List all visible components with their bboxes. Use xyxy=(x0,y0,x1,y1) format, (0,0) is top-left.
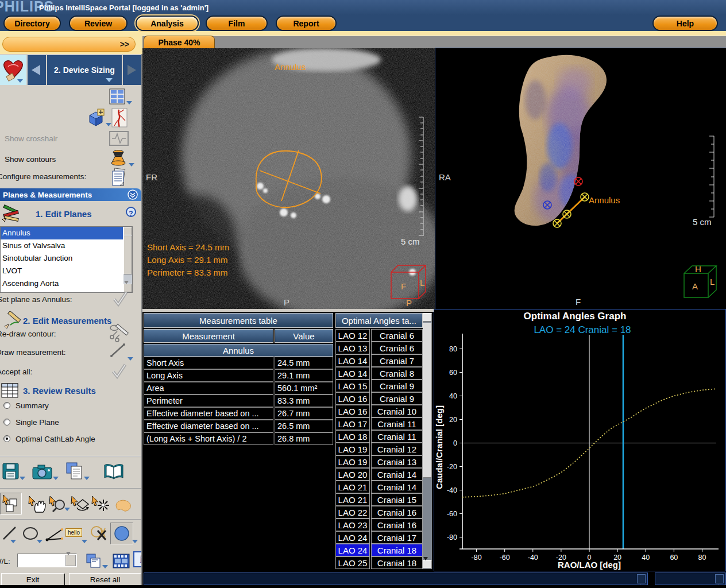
cine-film-icon[interactable] xyxy=(113,552,130,570)
save-dropdown-icon[interactable] xyxy=(20,477,25,480)
angle-row[interactable]: LAO 14 Cranial 8 xyxy=(335,367,423,380)
tab-film[interactable]: Film xyxy=(206,16,268,31)
ct-viewport[interactable]: Annulus FR P Short Axis = 24.5 mm Long A… xyxy=(142,48,435,309)
column-header-value[interactable]: Value xyxy=(275,329,333,343)
column-header-measurement[interactable]: Measurement xyxy=(144,329,273,343)
workflow-step-selector[interactable]: 2. Device Sizing xyxy=(47,55,122,85)
select-tool-button[interactable] xyxy=(0,493,22,514)
angle-row[interactable]: LAO 16 Cranial 9 xyxy=(335,392,423,405)
tab-review[interactable]: Review xyxy=(69,16,128,31)
angle-row[interactable]: LAO 18 Cranial 11 xyxy=(335,430,423,443)
text-annotation-tool[interactable]: hello xyxy=(65,528,82,537)
crosshair-ecg-icon[interactable] xyxy=(109,131,129,146)
window-level-combo[interactable] xyxy=(17,554,77,567)
angle-row[interactable]: LAO 19 Cranial 13 xyxy=(335,455,423,468)
angle-row[interactable]: LAO 19 Cranial 12 xyxy=(335,443,423,455)
angle-row[interactable]: LAO 22 Cranial 16 xyxy=(335,506,423,519)
optimal-angles-graph[interactable]: Optimal Angles Graph LAO = 24 Cranial = … xyxy=(434,310,725,571)
search-bar[interactable]: >> xyxy=(2,37,136,52)
plane-list-item[interactable]: Sinus of Valvsalva xyxy=(1,239,123,252)
redraw-contour-icon[interactable] xyxy=(108,323,130,343)
radio-option[interactable]: Summary xyxy=(3,401,141,410)
expand-up-button[interactable] xyxy=(637,574,646,583)
circle-contour-tool-button[interactable] xyxy=(110,523,133,544)
segment-bean-icon[interactable] xyxy=(114,498,134,513)
contours-icon[interactable] xyxy=(109,148,129,168)
volume-3d-viewport[interactable]: Annulus RA F 5 cm H A L xyxy=(435,48,726,309)
accept-all-check-icon[interactable] xyxy=(109,362,129,380)
report-book-icon[interactable] xyxy=(103,463,124,480)
line-dropdown-icon[interactable] xyxy=(10,540,16,543)
layers-copy-icon[interactable] xyxy=(85,552,102,570)
show-crosshair-label[interactable]: Show crosshair xyxy=(5,134,57,143)
previous-step-button[interactable] xyxy=(28,55,46,85)
angle-row[interactable]: LAO 20 Cranial 14 xyxy=(335,468,423,481)
circle-dropdown-icon[interactable] xyxy=(132,540,138,543)
delete-measurement-icon[interactable] xyxy=(90,524,110,543)
volume-dropdown-icon[interactable] xyxy=(106,123,111,126)
angle-tool-icon[interactable] xyxy=(45,525,64,542)
copy-dropdown-icon[interactable] xyxy=(84,477,90,480)
volume-3d-icon[interactable] xyxy=(86,108,106,127)
radio-option[interactable]: Single Plane xyxy=(3,417,141,427)
exit-button[interactable]: Exit xyxy=(1,573,64,586)
angle-row[interactable]: LAO 13 Cranial 6 xyxy=(335,342,423,354)
window-level-tool-icon[interactable] xyxy=(91,495,110,514)
pan-tool-icon[interactable] xyxy=(28,495,47,514)
info-icon[interactable] xyxy=(133,551,142,567)
text-dropdown-icon[interactable] xyxy=(82,540,87,543)
set-plane-check-icon[interactable] xyxy=(110,289,130,308)
next-step-button[interactable] xyxy=(123,55,141,85)
snapshot-dropdown-icon[interactable] xyxy=(53,477,59,480)
help-button[interactable]: Help xyxy=(652,16,718,31)
layout-grid-icon[interactable] xyxy=(109,88,125,105)
collapse-chevrons-icon[interactable] xyxy=(128,189,138,200)
expand-up-button[interactable] xyxy=(715,574,724,583)
plane-list-item[interactable]: Sinotubular Junction xyxy=(1,252,123,265)
angle-row[interactable]: LAO 24 Cranial 17 xyxy=(335,531,423,544)
plane-list-item[interactable]: Ascending Aorta xyxy=(1,277,123,290)
angle-row[interactable]: LAO 25 Cranial 18 xyxy=(335,556,423,569)
angle-row[interactable]: LAO 16 Cranial 10 xyxy=(335,405,423,417)
layout-dropdown-icon[interactable] xyxy=(126,101,132,105)
scroll-down-button[interactable] xyxy=(423,560,432,568)
scroll-up-button[interactable] xyxy=(423,313,432,322)
reset-all-button[interactable]: Reset all xyxy=(69,573,141,586)
plane-list-item[interactable]: Annulus xyxy=(1,227,123,239)
draw-measurement-icon[interactable] xyxy=(109,342,128,358)
angle-row[interactable]: LAO 17 Cranial 11 xyxy=(335,417,423,430)
scroll-up-button[interactable] xyxy=(123,227,132,235)
scroll-thumb[interactable] xyxy=(423,323,432,478)
tab-report[interactable]: Report xyxy=(276,16,337,31)
show-contours-label[interactable]: Show contours xyxy=(5,155,56,164)
angle-row[interactable]: LAO 12 Cranial 6 xyxy=(335,329,423,342)
save-icon[interactable] xyxy=(2,463,20,480)
tab-directory[interactable]: Directory xyxy=(3,16,61,31)
combo-dropdown-button[interactable] xyxy=(65,555,76,566)
angle-row[interactable]: LAO 23 Cranial 16 xyxy=(335,519,423,531)
scroll-thumb[interactable] xyxy=(123,235,132,274)
zoom-dropdown-icon[interactable] xyxy=(64,508,70,511)
angle-row[interactable]: LAO 14 Cranial 7 xyxy=(335,354,423,367)
tab-analysis[interactable]: Analysis xyxy=(136,16,199,31)
application-heart-icon[interactable] xyxy=(0,55,26,85)
optimal-angles-graph-panel[interactable]: Optimal Angles Graph LAO = 24 Cranial = … xyxy=(434,309,726,571)
phase-tab[interactable]: Phase 40% xyxy=(144,36,215,48)
draw-dropdown-icon[interactable] xyxy=(128,357,133,361)
planes-scrollbar[interactable] xyxy=(123,227,132,292)
angle-row[interactable]: LAO 24 Cranial 18 xyxy=(335,544,423,556)
copy-icon[interactable] xyxy=(65,462,84,480)
angle-row[interactable]: LAO 15 Cranial 9 xyxy=(335,380,423,392)
radio-option[interactable]: Optimal CathLab Angle xyxy=(3,434,141,443)
contours-dropdown-icon[interactable] xyxy=(129,163,134,167)
panel-header[interactable]: Planes & Measurements xyxy=(0,188,141,201)
plane-list-item[interactable]: LVOT xyxy=(1,265,123,277)
ellipse-dropdown-icon[interactable] xyxy=(37,540,43,543)
angle-row[interactable]: LAO 21 Cranial 14 xyxy=(335,481,423,493)
planes-list[interactable]: AnnulusSinus of ValvsalvaSinotubular Jun… xyxy=(0,226,133,293)
angles-scrollbar[interactable] xyxy=(423,313,432,569)
configure-clipboard-icon[interactable] xyxy=(110,168,128,187)
help-icon[interactable] xyxy=(126,207,136,217)
expand-button[interactable]: >> xyxy=(120,40,129,49)
vessel-icon[interactable] xyxy=(111,108,129,130)
